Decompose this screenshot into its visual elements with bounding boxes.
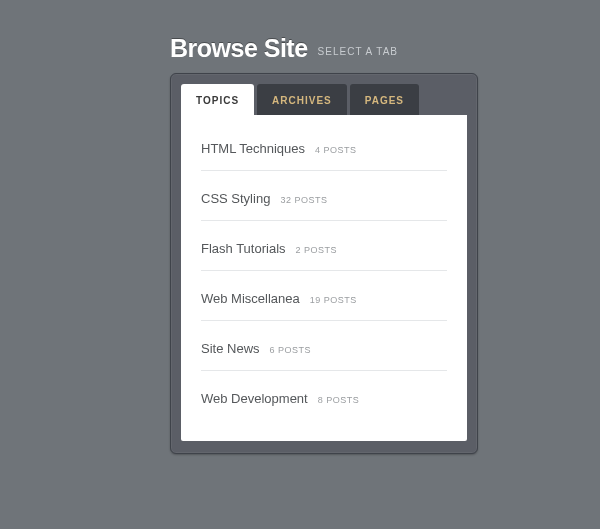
tab-bar: TOPICS ARCHIVES PAGES	[181, 84, 467, 115]
topic-count: 19 POSTS	[310, 295, 357, 305]
tab-content: HTML Techniques 4 POSTS CSS Styling 32 P…	[181, 115, 467, 441]
list-item[interactable]: CSS Styling 32 POSTS	[201, 171, 447, 221]
tab-topics[interactable]: TOPICS	[181, 84, 254, 115]
browse-site-widget: Browse Site SELECT A TAB TOPICS ARCHIVES…	[0, 0, 600, 454]
topic-label: Site News	[201, 341, 260, 356]
list-item[interactable]: Web Development 8 POSTS	[201, 371, 447, 420]
topic-label: Flash Tutorials	[201, 241, 286, 256]
topic-count: 4 POSTS	[315, 145, 357, 155]
tab-pages[interactable]: PAGES	[350, 84, 419, 115]
list-item[interactable]: Flash Tutorials 2 POSTS	[201, 221, 447, 271]
topic-label: HTML Techniques	[201, 141, 305, 156]
list-item[interactable]: HTML Techniques 4 POSTS	[201, 121, 447, 171]
topic-label: CSS Styling	[201, 191, 270, 206]
tab-panel: TOPICS ARCHIVES PAGES HTML Techniques 4 …	[170, 73, 478, 454]
widget-subtitle: SELECT A TAB	[318, 46, 398, 57]
topic-count: 32 POSTS	[280, 195, 327, 205]
topic-count: 8 POSTS	[318, 395, 360, 405]
widget-header: Browse Site SELECT A TAB	[170, 34, 600, 63]
list-item[interactable]: Site News 6 POSTS	[201, 321, 447, 371]
list-item[interactable]: Web Miscellanea 19 POSTS	[201, 271, 447, 321]
widget-title: Browse Site	[170, 34, 308, 63]
topic-count: 2 POSTS	[296, 245, 338, 255]
topic-label: Web Development	[201, 391, 308, 406]
topic-label: Web Miscellanea	[201, 291, 300, 306]
topic-count: 6 POSTS	[270, 345, 312, 355]
tab-archives[interactable]: ARCHIVES	[257, 84, 347, 115]
